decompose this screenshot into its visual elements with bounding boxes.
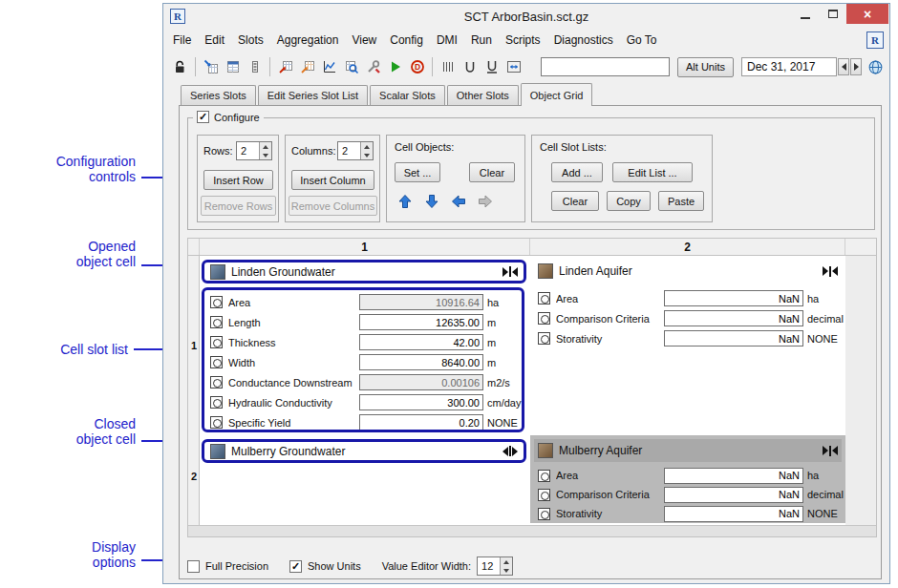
- insert-column-button[interactable]: Insert Column: [291, 170, 374, 190]
- alt-units-button[interactable]: Alt Units: [677, 57, 734, 77]
- spin-up-icon[interactable]: [501, 557, 512, 566]
- timescale-globe-icon[interactable]: [867, 59, 884, 75]
- edit-list-button[interactable]: Edit List ...: [612, 162, 693, 182]
- paste-slot-list-button[interactable]: Paste: [658, 191, 704, 211]
- menu-config[interactable]: Config: [383, 31, 430, 50]
- slot-row[interactable]: Comparison Criteria decimal: [530, 485, 845, 504]
- tab-edit-series-slot-list[interactable]: Edit Series Slot List: [258, 85, 368, 105]
- close-button[interactable]: ×: [846, 4, 888, 24]
- tab-scalar-slots[interactable]: Scalar Slots: [370, 85, 445, 105]
- lock-icon[interactable]: [169, 55, 191, 78]
- show-units-checkbox[interactable]: [289, 560, 302, 573]
- slot-value-input[interactable]: [359, 374, 483, 390]
- slot-value-input[interactable]: [664, 506, 803, 522]
- menu-scripts[interactable]: Scripts: [499, 31, 547, 50]
- timestep-bars-icon[interactable]: [437, 55, 459, 78]
- collapse-cell-icon[interactable]: [823, 446, 838, 456]
- grid-horizontal-scrollbar[interactable]: [188, 525, 876, 536]
- column-header-1[interactable]: 1: [200, 239, 530, 255]
- move-down-icon[interactable]: [421, 191, 442, 212]
- row-header-2[interactable]: 2: [188, 471, 200, 482]
- object-cell-linden-aquifer[interactable]: Linden Aquifer Area ha: [530, 258, 845, 433]
- tab-other-slots[interactable]: Other Slots: [447, 85, 519, 105]
- minimize-button[interactable]: [791, 4, 819, 24]
- timestep-date-field[interactable]: Dec 31, 2017: [741, 57, 837, 76]
- slot-row[interactable]: Width m: [204, 352, 522, 372]
- spin-down-icon[interactable]: [260, 151, 271, 159]
- columns-spinner[interactable]: 2: [337, 141, 374, 160]
- open-object-icon[interactable]: [274, 55, 296, 78]
- goto-slot-icon[interactable]: [200, 55, 222, 78]
- slot-list-icon[interactable]: [222, 55, 244, 78]
- tab-series-slots[interactable]: Series Slots: [181, 85, 256, 105]
- open-account-icon[interactable]: [296, 55, 318, 78]
- slot-value-input[interactable]: [359, 414, 483, 430]
- slot-value-input[interactable]: [359, 354, 483, 370]
- menu-edit[interactable]: Edit: [198, 31, 231, 50]
- add-slot-list-button[interactable]: Add ...: [551, 162, 603, 182]
- collapse-cell-icon[interactable]: [502, 266, 518, 277]
- toolbar-filter-input[interactable]: [541, 57, 670, 76]
- column-header-2[interactable]: 2: [530, 239, 845, 255]
- slot-row[interactable]: Area ha: [204, 292, 522, 312]
- spin-up-icon[interactable]: [260, 142, 271, 151]
- spin-up-icon[interactable]: [361, 142, 373, 151]
- maximize-button[interactable]: [819, 4, 846, 24]
- clear-cell-objects-button[interactable]: Clear: [469, 162, 515, 182]
- clear-slot-list-button[interactable]: Clear: [551, 191, 599, 211]
- slot-value-input[interactable]: [359, 334, 483, 350]
- set-cell-objects-button[interactable]: Set ...: [395, 162, 440, 182]
- spin-down-icon[interactable]: [501, 566, 512, 575]
- slot-value-input[interactable]: [664, 468, 803, 484]
- row-header-1[interactable]: 1: [188, 340, 200, 351]
- object-cell-linden-groundwater[interactable]: Linden Groundwater: [202, 260, 526, 284]
- menu-view[interactable]: View: [345, 31, 383, 50]
- menu-diagnostics[interactable]: Diagnostics: [547, 31, 620, 50]
- configure-checkbox[interactable]: [197, 111, 209, 123]
- next-timestep-button[interactable]: [850, 58, 862, 75]
- previous-timestep-button[interactable]: [838, 58, 849, 75]
- remove-columns-button[interactable]: Remove Columns: [289, 196, 377, 216]
- configure-checkbox-row[interactable]: Configure: [193, 111, 264, 123]
- menu-dmi[interactable]: DMI: [430, 31, 464, 50]
- menu-slots[interactable]: Slots: [231, 31, 270, 50]
- slot-row[interactable]: Hydraulic Conductivity cm/day: [204, 392, 522, 412]
- slot-row[interactable]: Specific Yield NONE: [204, 412, 522, 432]
- slot-value-input[interactable]: [359, 294, 483, 310]
- run-icon[interactable]: [384, 55, 406, 78]
- slot-value-input[interactable]: [664, 290, 803, 306]
- slot-row[interactable]: Thickness m: [204, 332, 522, 352]
- spin-down-icon[interactable]: [361, 151, 373, 159]
- slot-value-input[interactable]: [664, 487, 803, 503]
- diagnostics-icon[interactable]: D: [406, 55, 428, 78]
- plot-range-baseline-icon[interactable]: [481, 55, 502, 78]
- remove-rows-button[interactable]: Remove Rows: [201, 196, 276, 216]
- slot-value-input[interactable]: [359, 314, 483, 330]
- menu-run[interactable]: Run: [464, 31, 499, 50]
- insert-row-button[interactable]: Insert Row: [203, 170, 273, 190]
- copy-slot-list-button[interactable]: Copy: [607, 191, 651, 211]
- slot-row[interactable]: Length m: [204, 312, 522, 332]
- slot-row[interactable]: Storativity NONE: [530, 504, 845, 523]
- value-editor-width-spinner[interactable]: 12: [477, 556, 513, 576]
- slot-row[interactable]: Storativity NONE: [530, 328, 845, 348]
- tools-icon[interactable]: [362, 55, 384, 78]
- plot-icon[interactable]: [318, 55, 340, 78]
- move-right-icon[interactable]: [475, 191, 496, 212]
- object-cell-header[interactable]: Linden Aquifer: [534, 260, 842, 283]
- full-precision-checkbox[interactable]: [187, 560, 200, 573]
- move-left-icon[interactable]: [448, 191, 469, 212]
- rows-spinner[interactable]: 2: [236, 141, 272, 160]
- column-list-icon[interactable]: [244, 55, 266, 78]
- slot-value-input[interactable]: [359, 394, 483, 410]
- slot-row[interactable]: Area ha: [530, 466, 845, 485]
- fit-width-icon[interactable]: [502, 55, 524, 78]
- slot-value-input[interactable]: [664, 310, 803, 326]
- menu-goto[interactable]: Go To: [620, 31, 664, 50]
- plot-range-icon[interactable]: [459, 55, 481, 78]
- collapse-cell-icon[interactable]: [823, 266, 838, 277]
- riverware-logo-icon[interactable]: R: [866, 32, 884, 49]
- object-cell-header[interactable]: Mulberry Aquifer: [534, 439, 842, 462]
- slot-row[interactable]: Comparison Criteria decimal: [530, 308, 845, 328]
- slot-row[interactable]: Conductance Downstream m2/s: [204, 372, 522, 392]
